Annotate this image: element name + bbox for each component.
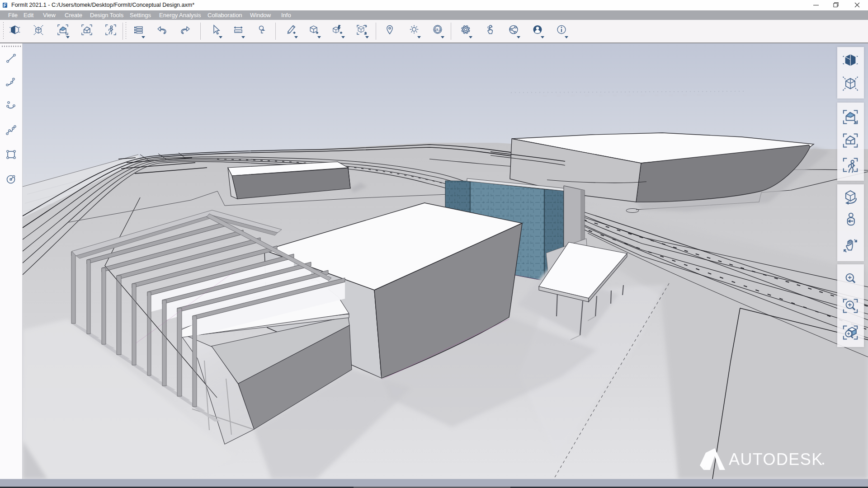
svg-text:19.1: 19.1 [435, 28, 441, 31]
svg-text:AUTODESK: AUTODESK [729, 450, 823, 469]
